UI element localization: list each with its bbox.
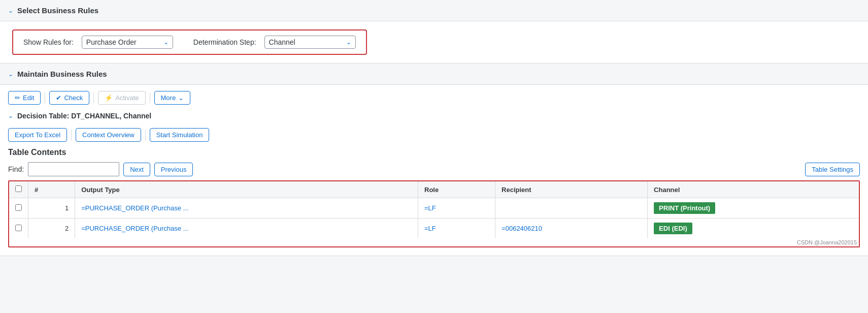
row-channel: EDI (EDI) xyxy=(648,218,859,239)
row-number: 1 xyxy=(28,198,75,218)
decision-table-header: ⌄ Decision Table: DT_CHANNEL, Channel xyxy=(0,109,868,124)
show-rules-select[interactable]: Purchase Order ⌄ xyxy=(82,36,173,49)
chevron-down-icon: ⌄ xyxy=(8,7,13,14)
row-output-type[interactable]: =PURCHASE_ORDER (Purchase ... xyxy=(75,198,418,218)
action-buttons-bar: Export To Excel Context Overview Start S… xyxy=(0,124,868,148)
find-bar: Find: Next Previous Table Settings xyxy=(8,162,860,176)
find-input[interactable] xyxy=(28,162,119,176)
select-business-rules-header[interactable]: ⌄ Select Business Rules xyxy=(0,0,868,21)
chevron-down-icon: ⌄ xyxy=(8,71,13,78)
next-button[interactable]: Next xyxy=(123,163,150,176)
check-button[interactable]: ✔ Check xyxy=(49,91,89,105)
maintain-business-rules-header[interactable]: ⌄ Maintain Business Rules xyxy=(0,64,868,85)
export-to-excel-label: Export To Excel xyxy=(15,131,60,139)
watermark: CSDN @Joanna202015 xyxy=(9,238,859,246)
check-label: Check xyxy=(64,94,83,102)
toolbar-separator-2 xyxy=(93,92,94,104)
find-label: Find: xyxy=(8,165,24,173)
context-overview-label: Context Overview xyxy=(82,131,135,139)
row-number: 2 xyxy=(28,218,75,239)
context-overview-button[interactable]: Context Overview xyxy=(76,128,141,142)
table-row: 1=PURCHASE_ORDER (Purchase ...=LFPRINT (… xyxy=(9,198,859,218)
decision-table-title: Decision Table: DT_CHANNEL, Channel xyxy=(17,112,151,120)
column-header-number: # xyxy=(28,181,75,198)
edit-icon: ✏ xyxy=(15,94,20,102)
previous-button[interactable]: Previous xyxy=(154,163,193,176)
maintain-business-rules-section: ⌄ Maintain Business Rules ✏ Edit ✔ Check… xyxy=(0,64,868,256)
row-channel: PRINT (Printout) xyxy=(648,198,859,218)
table-settings-label: Table Settings xyxy=(812,166,853,173)
chevron-down-icon: ⌄ xyxy=(346,39,351,46)
more-button[interactable]: More ⌄ xyxy=(154,91,191,105)
determination-step-value: Channel xyxy=(269,38,342,46)
table-settings-button[interactable]: Table Settings xyxy=(805,163,860,176)
select-business-rules-body: Show Rules for: Purchase Order ⌄ Determi… xyxy=(0,21,868,63)
show-rules-filter-box: Show Rules for: Purchase Order ⌄ Determi… xyxy=(12,29,367,55)
more-label: More xyxy=(161,94,176,102)
select-all-checkbox[interactable] xyxy=(15,185,22,192)
table-header-row: # Output Type Role Recipient Channel xyxy=(9,181,859,198)
column-header-role: Role xyxy=(418,181,495,198)
previous-label: Previous xyxy=(161,166,187,173)
select-business-rules-title: Select Business Rules xyxy=(17,6,98,15)
chevron-down-icon: ⌄ xyxy=(8,112,13,119)
row-output-type[interactable]: =PURCHASE_ORDER (Purchase ... xyxy=(75,218,418,239)
column-header-channel: Channel xyxy=(648,181,859,198)
column-header-output-type: Output Type xyxy=(75,181,418,198)
maintain-business-rules-title: Maintain Business Rules xyxy=(17,70,107,78)
toolbar: ✏ Edit ✔ Check ⚡ Activate More ⌄ xyxy=(0,85,868,109)
table-contents-section: Table Contents Find: Next Previous Table… xyxy=(0,148,868,256)
table-row: 2=PURCHASE_ORDER (Purchase ...=LF=006240… xyxy=(9,218,859,239)
table-contents-title: Table Contents xyxy=(8,148,860,157)
check-icon: ✔ xyxy=(56,94,61,102)
data-table: # Output Type Role Recipient Channel 1=P… xyxy=(9,181,859,238)
chevron-down-icon: ⌄ xyxy=(163,39,169,46)
determination-step-label: Determination Step: xyxy=(193,38,256,46)
row-recipient xyxy=(495,198,648,218)
show-rules-label: Show Rules for: xyxy=(23,38,74,46)
table-settings-area: Table Settings xyxy=(805,163,860,176)
toolbar-separator-1 xyxy=(45,92,45,104)
data-table-wrapper: # Output Type Role Recipient Channel 1=P… xyxy=(8,180,860,247)
row-role[interactable]: =LF xyxy=(418,198,495,218)
row-checkbox[interactable] xyxy=(15,204,22,211)
column-header-recipient: Recipient xyxy=(495,181,648,198)
activate-label: Activate xyxy=(115,94,139,102)
row-role[interactable]: =LF xyxy=(418,218,495,239)
row-recipient[interactable]: =0062406210 xyxy=(495,218,648,239)
edit-button[interactable]: ✏ Edit xyxy=(8,91,41,105)
toolbar-separator-3 xyxy=(150,92,150,104)
header-checkbox-cell xyxy=(9,181,28,198)
export-to-excel-button[interactable]: Export To Excel xyxy=(8,128,67,142)
edit-label: Edit xyxy=(23,94,34,102)
action-separator-1 xyxy=(71,130,72,141)
next-label: Next xyxy=(130,166,144,173)
activate-icon: ⚡ xyxy=(105,94,113,102)
chevron-down-icon: ⌄ xyxy=(178,94,184,102)
show-rules-value: Purchase Order xyxy=(86,38,159,46)
select-business-rules-section: ⌄ Select Business Rules Show Rules for: … xyxy=(0,0,868,64)
row-checkbox[interactable] xyxy=(15,225,22,231)
determination-step-select[interactable]: Channel ⌄ xyxy=(264,36,356,49)
start-simulation-button[interactable]: Start Simulation xyxy=(150,128,210,142)
action-separator-2 xyxy=(145,130,146,141)
start-simulation-label: Start Simulation xyxy=(156,131,203,139)
activate-button[interactable]: ⚡ Activate xyxy=(98,91,145,105)
